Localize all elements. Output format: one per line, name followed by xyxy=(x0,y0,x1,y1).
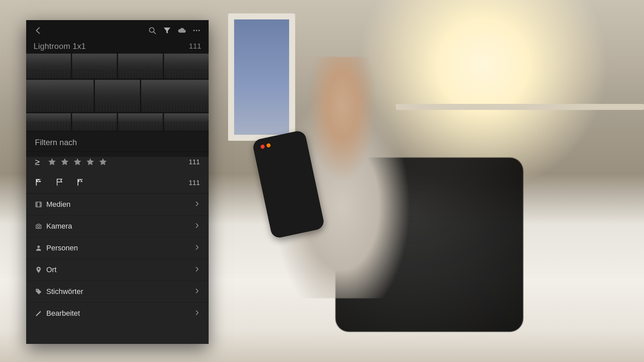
filter-row-kamera[interactable]: Kamera xyxy=(26,215,209,237)
rating-filter-row[interactable]: ≥ 111 xyxy=(26,152,209,172)
photo-thumbnail[interactable] xyxy=(118,54,163,78)
photo-thumbnail[interactable] xyxy=(118,113,163,131)
back-button[interactable] xyxy=(31,23,46,38)
chevron-left-icon xyxy=(34,26,43,35)
filter-row-ort[interactable]: Ort xyxy=(26,259,209,281)
flag-picked-button[interactable] xyxy=(35,178,44,187)
flag-rejected-button[interactable] xyxy=(76,178,86,187)
photo-thumbnail[interactable] xyxy=(95,80,140,112)
rating-stars xyxy=(48,158,107,166)
chevron-right-icon xyxy=(194,201,200,207)
flag-rejected-icon xyxy=(76,178,85,187)
svg-point-3 xyxy=(196,30,197,31)
filter-row-medien[interactable]: Medien xyxy=(26,193,209,215)
filter-row-label: Ort xyxy=(46,265,191,274)
filter-sheet: Filtern nach ≥ 111 xyxy=(26,131,209,344)
flag-picked-icon xyxy=(35,178,44,187)
filter-row-stichwoerter[interactable]: Stichwörter xyxy=(26,281,209,302)
filter-row-personen[interactable]: Personen xyxy=(26,237,209,259)
filter-row-label: Bearbeitet xyxy=(46,309,191,318)
person-icon xyxy=(35,244,42,252)
filter-row-bearbeitet[interactable]: Bearbeitet xyxy=(26,302,209,324)
funnel-icon xyxy=(163,26,171,35)
filter-row-label: Medien xyxy=(46,200,191,209)
cloud-icon xyxy=(177,26,186,35)
star-icon[interactable] xyxy=(60,158,69,166)
chevron-right-icon xyxy=(194,223,200,229)
cloud-sync-button[interactable] xyxy=(174,23,189,38)
svg-rect-5 xyxy=(36,202,42,207)
album-photo-count: 111 xyxy=(189,42,201,51)
svg-point-8 xyxy=(38,268,40,270)
svg-point-4 xyxy=(198,30,200,31)
background-shelf xyxy=(396,104,644,110)
chevron-right-icon xyxy=(194,288,200,294)
photo-thumbnail[interactable] xyxy=(164,54,209,78)
pin-icon xyxy=(35,266,42,274)
flag-filter-count: 111 xyxy=(189,179,200,187)
rating-filter-count: 111 xyxy=(189,158,200,166)
flag-filter-row[interactable]: 111 xyxy=(26,172,209,193)
photo-thumbnail[interactable] xyxy=(26,113,71,131)
svg-point-2 xyxy=(193,30,195,31)
camera-icon xyxy=(35,223,42,230)
photo-thumbnail[interactable] xyxy=(141,80,209,112)
svg-point-7 xyxy=(37,246,40,248)
pencil-icon xyxy=(35,310,42,317)
svg-point-9 xyxy=(37,290,38,291)
photo-grid[interactable] xyxy=(26,54,209,131)
rating-operator[interactable]: ≥ xyxy=(35,157,46,167)
star-icon[interactable] xyxy=(73,158,82,166)
flag-unflagged-button[interactable] xyxy=(56,178,65,187)
tag-icon xyxy=(35,288,42,295)
ellipsis-icon xyxy=(192,26,201,35)
chevron-right-icon xyxy=(194,310,200,316)
photo-thumbnail[interactable] xyxy=(72,113,117,131)
album-title: Lightroom 1x1 xyxy=(34,42,86,51)
filter-row-label: Stichwörter xyxy=(46,287,191,296)
chevron-right-icon xyxy=(194,266,200,272)
star-icon[interactable] xyxy=(99,158,107,166)
filter-row-label: Kamera xyxy=(46,222,191,231)
search-button[interactable] xyxy=(145,23,160,38)
star-icon[interactable] xyxy=(86,158,95,166)
filter-button[interactable] xyxy=(160,23,174,38)
lightroom-filter-panel: Lightroom 1x1 111 xyxy=(26,20,209,344)
photo-thumbnail[interactable] xyxy=(26,54,71,78)
photo-thumbnail[interactable] xyxy=(72,54,117,78)
flag-unflagged-icon xyxy=(56,178,64,187)
more-button[interactable] xyxy=(189,23,204,38)
svg-line-1 xyxy=(154,32,156,34)
star-icon[interactable] xyxy=(48,158,56,166)
video-frame-background: Lightroom 1x1 111 xyxy=(0,0,644,362)
photo-thumbnail[interactable] xyxy=(164,113,209,131)
album-header: Lightroom 1x1 111 xyxy=(26,41,209,54)
search-icon xyxy=(148,26,157,35)
chevron-right-icon xyxy=(194,244,200,250)
top-toolbar xyxy=(26,20,209,41)
filter-section-title: Filtern nach xyxy=(26,131,209,151)
filter-row-label: Personen xyxy=(46,244,191,252)
photo-thumbnail[interactable] xyxy=(26,80,94,112)
film-icon xyxy=(35,201,42,208)
svg-point-6 xyxy=(38,226,40,228)
